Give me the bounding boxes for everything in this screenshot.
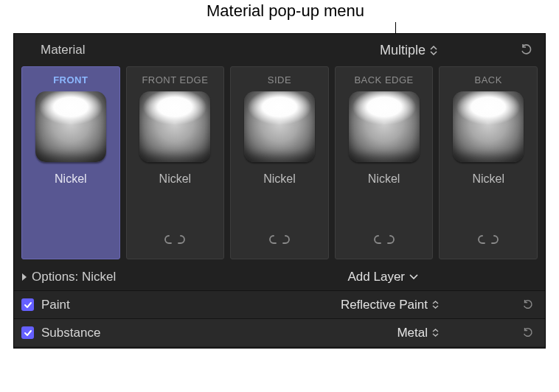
material-swatch[interactable] [349,91,420,162]
material-swatch[interactable] [35,91,106,162]
facet-material-name: Nickel [472,172,504,186]
facet-material-name: Nickel [55,172,87,186]
add-layer-label: Add Layer [348,270,406,284]
link-toggle[interactable] [267,234,292,248]
popup-caret-icon [432,301,439,309]
facet-well[interactable]: BACK EDGENickel [335,66,434,259]
options-disclosure[interactable]: Options: Nickel [20,270,116,284]
property-label: Substance [41,326,100,340]
facet-well[interactable]: BACKNickel [439,66,538,259]
annotation-label: Material pop-up menu [206,1,364,21]
panel-header: Material Multiple [14,34,545,66]
reset-icon [520,43,533,57]
facet-material-name: Nickel [159,172,192,186]
material-swatch[interactable] [139,91,210,162]
material-swatch[interactable] [453,91,524,162]
reset-icon [522,327,534,339]
checkmark-icon [24,329,32,337]
disclosure-triangle-icon [20,273,29,281]
section-title: Material [41,43,85,57]
property-row: SubstanceMetal [14,318,545,346]
material-popup-value: Multiple [380,43,426,58]
reset-button[interactable] [518,42,535,58]
reset-button[interactable] [520,327,536,339]
facet-wells: FRONTNickelFRONT EDGENickelSIDENickelBAC… [14,66,545,259]
property-row: PaintReflective Paint [14,290,545,318]
reset-button[interactable] [520,299,536,311]
facet-material-name: Nickel [368,172,400,186]
facet-well[interactable]: FRONTNickel [21,66,120,259]
material-inspector-panel: Material Multiple FRONTNickelFRONT EDGEN… [13,33,546,349]
checkmark-icon [24,301,32,309]
chain-link-icon [267,234,292,248]
facet-title: BACK [474,74,501,85]
property-value-text: Reflective Paint [341,298,428,312]
property-value-popup[interactable]: Reflective Paint [341,298,439,312]
property-checkbox[interactable] [21,298,34,311]
popup-caret-icon [430,46,437,55]
facet-title: FRONT EDGE [142,74,208,85]
popup-caret-icon [432,329,439,337]
facet-title: BACK EDGE [354,74,413,85]
chain-link-icon [476,234,501,248]
link-toggle[interactable] [476,234,501,248]
material-swatch[interactable] [244,91,315,162]
chain-link-icon [372,234,397,248]
property-value-popup[interactable]: Metal [397,326,439,340]
property-value-text: Metal [397,326,428,340]
chain-link-icon [162,234,187,248]
facet-well[interactable]: FRONT EDGENickel [126,66,225,259]
facet-title: SIDE [268,74,291,85]
material-popup-menu[interactable]: Multiple [380,43,437,58]
property-checkbox[interactable] [21,326,34,339]
link-toggle[interactable] [372,234,397,248]
facet-title: FRONT [53,74,88,85]
options-label: Options: Nickel [32,270,116,284]
property-label: Paint [41,298,70,312]
options-row: Options: Nickel Add Layer [14,264,545,290]
add-layer-popup[interactable]: Add Layer [348,270,419,284]
reset-icon [522,299,534,311]
chevron-down-icon [409,274,418,280]
facet-material-name: Nickel [263,172,296,186]
facet-well[interactable]: SIDENickel [230,66,329,259]
link-toggle[interactable] [162,234,187,248]
